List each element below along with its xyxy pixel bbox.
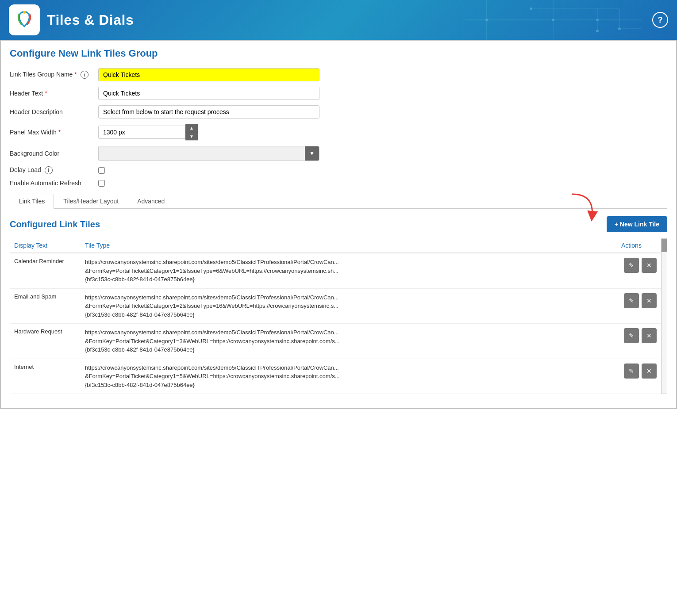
required-marker: * (74, 71, 77, 78)
delay-load-row: Delay Load i (10, 166, 667, 174)
bg-color-dropdown-btn[interactable]: ▼ (305, 146, 319, 161)
panel-width-input[interactable] (98, 126, 185, 139)
bg-color-row: Background Color ▼ (10, 146, 667, 161)
enable-refresh-row: Enable Automatic Refresh (10, 180, 667, 187)
svg-point-13 (23, 11, 26, 14)
header-left: Tiles & Dials (9, 4, 134, 35)
bg-color-label: Background Color (10, 150, 98, 157)
panel-width-required: * (58, 129, 61, 136)
configured-title: Configured Link Tiles (10, 219, 100, 230)
header-text-input[interactable] (98, 87, 319, 100)
tile-display-text: Internet (10, 359, 81, 394)
header-desc-input[interactable] (98, 105, 319, 119)
col-header-type: Tile Type (81, 238, 617, 253)
table-row: Internethttps://crowcanyonsystemsinc.sha… (10, 359, 661, 394)
delay-load-info-icon[interactable]: i (45, 166, 53, 174)
svg-point-4 (485, 19, 488, 21)
header-text-required: * (45, 90, 47, 97)
app-logo (9, 4, 40, 35)
tile-edit-button-3[interactable]: ✎ (624, 363, 639, 379)
svg-point-11 (618, 27, 621, 30)
header-text-row: Header Text * (10, 87, 667, 100)
svg-point-7 (596, 19, 599, 21)
table-wrap: Display Text Tile Type Actions Calendar … (10, 238, 661, 394)
main-content: Configure New Link Tiles Group Link Tile… (0, 40, 677, 409)
tile-delete-button-1[interactable]: ✕ (642, 293, 657, 308)
enable-refresh-checkbox[interactable] (98, 180, 105, 187)
tile-delete-button-3[interactable]: ✕ (642, 363, 657, 379)
group-name-label: Link Tiles Group Name * i (10, 71, 98, 79)
app-header: Tiles & Dials ? (0, 0, 677, 40)
col-header-actions: Actions (617, 238, 661, 253)
tile-actions: ✎✕ (617, 288, 661, 324)
help-button[interactable]: ? (652, 12, 668, 28)
panel-width-up[interactable]: ▲ (185, 124, 198, 132)
scrollbar-thumb[interactable] (662, 239, 667, 252)
group-name-row: Link Tiles Group Name * i (10, 68, 667, 81)
tile-edit-button-1[interactable]: ✎ (624, 293, 639, 308)
panel-width-control: ▲ ▼ (98, 124, 198, 141)
tile-actions: ✎✕ (617, 324, 661, 359)
tile-actions: ✎✕ (617, 253, 661, 288)
delay-load-checkbox[interactable] (98, 167, 105, 174)
bg-color-swatch (99, 146, 305, 161)
svg-point-9 (596, 30, 599, 32)
bg-color-control: ▼ (98, 146, 319, 161)
tab-tiles-header-layout[interactable]: Tiles/Header Layout (54, 194, 128, 209)
enable-refresh-label: Enable Automatic Refresh (10, 180, 98, 187)
group-name-info-icon[interactable]: i (81, 71, 88, 79)
tab-link-tiles[interactable]: Link Tiles (10, 194, 54, 209)
table-row: Calendar Reminderhttps://crowcanyonsyste… (10, 253, 661, 288)
tile-url: https://crowcanyonsystemsinc.sharepoint.… (81, 288, 617, 324)
tile-url: https://crowcanyonsystemsinc.sharepoint.… (81, 253, 617, 288)
tiles-table: Display Text Tile Type Actions Calendar … (10, 238, 661, 394)
tabs-bar: Link Tiles Tiles/Header Layout Advanced (10, 194, 667, 209)
tile-url: https://crowcanyonsystemsinc.sharepoint.… (81, 324, 617, 359)
header-desc-row: Header Description (10, 105, 667, 119)
table-header-row: Display Text Tile Type Actions (10, 238, 661, 253)
page-title: Configure New Link Tiles Group (10, 48, 667, 59)
new-link-tile-button[interactable]: + New Link Tile (607, 216, 667, 232)
svg-point-5 (530, 8, 532, 10)
tile-delete-button-0[interactable]: ✕ (642, 258, 657, 273)
form-section: Link Tiles Group Name * i Header Text * … (10, 68, 667, 187)
col-header-display: Display Text (10, 238, 81, 253)
table-row: Hardware Requesthttps://crowcanyonsystem… (10, 324, 661, 359)
tile-display-text: Email and Spam (10, 288, 81, 324)
tab-content: Configured Link Tiles + New Link Tile Di… (10, 209, 667, 401)
tile-url: https://crowcanyonsystemsinc.sharepoint.… (81, 359, 617, 394)
header-text-label: Header Text * (10, 90, 98, 97)
group-name-input[interactable] (98, 68, 319, 81)
tile-display-text: Hardware Request (10, 324, 81, 359)
tab-advanced[interactable]: Advanced (128, 194, 174, 209)
header-desc-label: Header Description (10, 108, 98, 115)
app-title: Tiles & Dials (47, 12, 134, 28)
scrollbar[interactable] (661, 238, 667, 394)
panel-width-spinner: ▲ ▼ (185, 124, 198, 141)
delay-load-label: Delay Load i (10, 166, 98, 174)
tile-edit-button-2[interactable]: ✎ (624, 328, 639, 343)
table-row: Email and Spamhttps://crowcanyonsystemsi… (10, 288, 661, 324)
svg-point-6 (552, 19, 554, 21)
tile-actions: ✎✕ (617, 359, 661, 394)
tile-display-text: Calendar Reminder (10, 253, 81, 288)
configured-header: Configured Link Tiles + New Link Tile (10, 216, 667, 232)
tile-delete-button-2[interactable]: ✕ (642, 328, 657, 343)
tile-edit-button-0[interactable]: ✎ (624, 258, 639, 273)
panel-width-down[interactable]: ▼ (185, 132, 198, 140)
tiles-table-container: Display Text Tile Type Actions Calendar … (10, 238, 667, 394)
panel-max-width-label: Panel Max Width * (10, 129, 98, 136)
panel-max-width-row: Panel Max Width * ▲ ▼ (10, 124, 667, 141)
scrollbar-track (662, 252, 667, 394)
